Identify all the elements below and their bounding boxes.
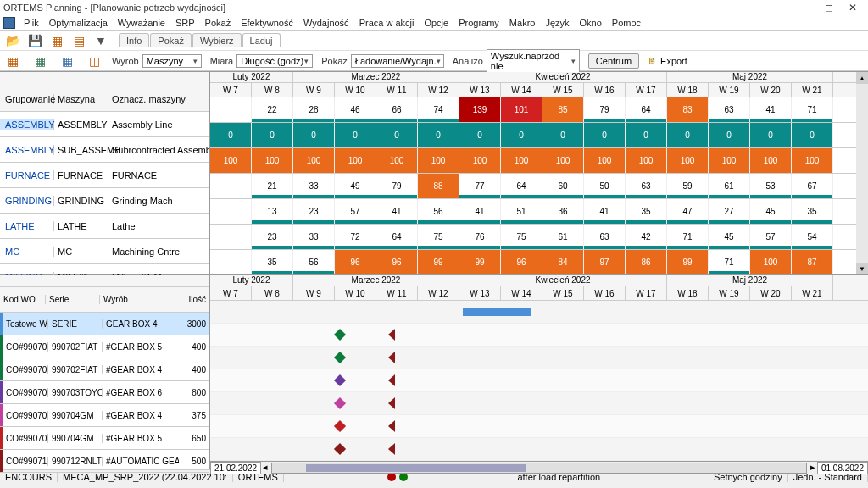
load-cell[interactable]: 0 — [709, 123, 750, 147]
col-maszyna[interactable]: Maszyna — [54, 94, 108, 104]
load-cell[interactable]: 87 — [792, 250, 833, 274]
gantt-start-marker[interactable] — [334, 352, 346, 363]
load-cell[interactable]: 23 — [293, 199, 335, 224]
load-cell[interactable]: 100 — [210, 148, 252, 173]
maximize-button[interactable]: ◻ — [817, 2, 841, 14]
load-cell[interactable]: 35 — [792, 199, 833, 224]
analizo-dropdown[interactable]: Wyszuk.naprzód nie▾ — [487, 49, 580, 73]
load-cell[interactable]: 99 — [667, 250, 709, 274]
new-icon[interactable]: 📂 — [3, 32, 22, 49]
load-cell[interactable]: 41 — [750, 97, 792, 122]
load-cell[interactable]: 47 — [667, 199, 709, 224]
load-cell[interactable]: 45 — [709, 225, 750, 249]
miara-dropdown[interactable]: Długość (godz)▾ — [236, 54, 313, 68]
list-icon[interactable]: ▦ — [47, 32, 66, 49]
load-cell[interactable]: 100 — [459, 148, 501, 173]
gantt-row[interactable] — [210, 324, 868, 347]
calendar-icon[interactable]: ▤ — [70, 32, 88, 49]
load-cell[interactable]: 83 — [667, 97, 709, 122]
load-cell[interactable]: 76 — [459, 225, 501, 249]
load-cell[interactable]: 33 — [293, 225, 335, 249]
load-cell[interactable]: 75 — [501, 225, 542, 249]
tab-info[interactable]: Info — [119, 33, 149, 47]
menu-pokaz[interactable]: Pokaż — [200, 18, 236, 28]
gantt-week[interactable]: W 9 — [293, 286, 335, 300]
gantt-week[interactable]: W 13 — [459, 286, 501, 300]
machine-row[interactable]: MCMCMachining Cntre — [0, 239, 209, 264]
load-cell[interactable]: 0 — [542, 123, 584, 147]
load-cell[interactable]: 42 — [626, 225, 667, 249]
load-cell[interactable]: 0 — [210, 123, 252, 147]
load-cell[interactable]: 75 — [418, 225, 459, 249]
grid3-icon[interactable]: ▦ — [58, 53, 76, 69]
load-cell[interactable]: 63 — [709, 97, 750, 122]
menu-okno[interactable]: Okno — [575, 18, 607, 28]
machine-row[interactable]: LATHELATHELathe — [0, 214, 209, 239]
load-cell[interactable]: 74 — [418, 97, 459, 122]
load-cell[interactable]: 64 — [501, 174, 542, 198]
scroll-down-icon[interactable]: ▼ — [856, 263, 868, 274]
load-cell[interactable]: 100 — [709, 148, 750, 173]
load-cell[interactable]: 84 — [542, 250, 584, 274]
gantt-end-marker[interactable] — [388, 352, 395, 363]
load-cell[interactable]: 96 — [376, 250, 418, 274]
gantt-week[interactable]: W 14 — [501, 286, 542, 300]
tab-laduj[interactable]: Laduj — [242, 33, 281, 47]
load-cell[interactable]: 77 — [459, 174, 501, 198]
load-cell[interactable]: 86 — [626, 250, 667, 274]
gantt-start-marker[interactable] — [334, 420, 346, 432]
load-cell[interactable]: 54 — [792, 225, 833, 249]
load-cell[interactable]: 66 — [376, 97, 418, 122]
load-cell[interactable]: 71 — [667, 225, 709, 249]
load-cell[interactable]: 63 — [584, 225, 626, 249]
gantt-week[interactable]: W 18 — [667, 286, 709, 300]
load-cell[interactable]: 41 — [584, 199, 626, 224]
load-cell[interactable]: 0 — [335, 123, 376, 147]
load-cell[interactable]: 100 — [792, 148, 833, 173]
col-oznacz[interactable]: Oznacz. maszyny — [108, 94, 209, 104]
col-kodwo[interactable]: Kod WO — [0, 295, 46, 304]
load-cell[interactable]: 50 — [584, 174, 626, 198]
grid4-icon[interactable]: ◫ — [85, 53, 103, 69]
load-cell[interactable]: 100 — [501, 148, 542, 173]
wo-row[interactable]: CO#990702990702FIAT#GEAR BOX 4400 — [0, 358, 209, 381]
menu-opcje[interactable]: Opcje — [419, 18, 453, 28]
load-cell[interactable]: 0 — [584, 123, 626, 147]
gantt-week[interactable]: W 19 — [709, 286, 750, 300]
load-cell[interactable]: 99 — [418, 250, 459, 274]
gantt-week[interactable]: W 10 — [335, 286, 376, 300]
week-header[interactable]: W 16 — [584, 83, 626, 97]
timeline-scrollbar[interactable] — [271, 463, 807, 474]
load-cell[interactable]: 45 — [750, 199, 792, 224]
load-cell[interactable] — [210, 97, 252, 122]
load-cell[interactable]: 61 — [542, 225, 584, 249]
vertical-scrollbar[interactable]: ▲ ▼ — [856, 72, 868, 274]
load-cell[interactable]: 96 — [335, 250, 376, 274]
gantt-end-marker[interactable] — [388, 420, 395, 432]
machine-row[interactable]: GRINDINGGRINDINGGrinding Mach — [0, 188, 209, 214]
load-cell[interactable]: 0 — [418, 123, 459, 147]
close-button[interactable]: ✕ — [841, 2, 865, 14]
tab-pokaz[interactable]: Pokaż — [150, 33, 192, 47]
load-cell[interactable]: 46 — [335, 97, 376, 122]
load-cell[interactable]: 49 — [335, 174, 376, 198]
week-header[interactable]: W 17 — [626, 83, 667, 97]
load-cell[interactable]: 59 — [667, 174, 709, 198]
week-header[interactable]: W 12 — [418, 83, 459, 97]
gantt-week[interactable]: W 7 — [210, 286, 252, 300]
load-cell[interactable]: 0 — [376, 123, 418, 147]
week-header[interactable]: W 8 — [252, 83, 293, 97]
gantt-start-marker[interactable] — [334, 329, 346, 341]
load-cell[interactable]: 63 — [626, 174, 667, 198]
machine-row[interactable]: FURNACEFURNACEFURNACE — [0, 163, 209, 188]
week-header[interactable]: W 18 — [667, 83, 709, 97]
load-cell[interactable] — [210, 174, 252, 198]
pokaz-dropdown[interactable]: Ładowanie/Wydajn.▾ — [351, 54, 444, 68]
load-cell[interactable]: 56 — [418, 199, 459, 224]
menu-makro[interactable]: Makro — [504, 18, 541, 28]
load-cell[interactable]: 100 — [584, 148, 626, 173]
save-icon[interactable]: 💾 — [25, 32, 44, 49]
load-cell[interactable]: 27 — [709, 199, 750, 224]
load-cell[interactable]: 41 — [376, 199, 418, 224]
wo-row[interactable]: Testowe WOSERIEGEAR BOX 43000 — [0, 313, 209, 336]
